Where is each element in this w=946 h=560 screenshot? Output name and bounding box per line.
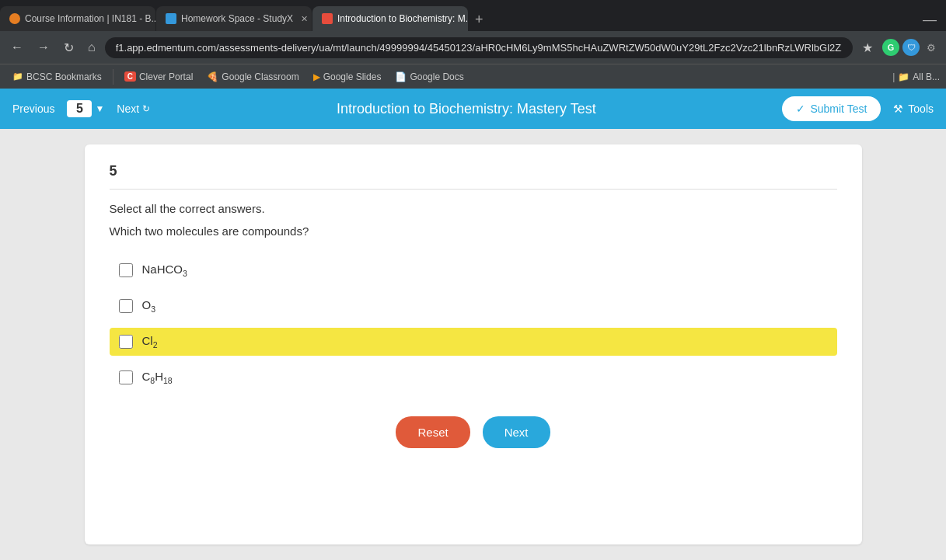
checkbox-2[interactable] <box>119 299 133 313</box>
bookmarks-all-label[interactable]: All B... <box>913 71 940 82</box>
answer-option-3: Cl2 <box>110 328 837 356</box>
tab-course-info[interactable]: Course Information | IN181 - B... ✕ <box>0 6 155 31</box>
tab-biochemistry[interactable]: Introduction to Biochemistry: M... ✕ <box>312 6 468 31</box>
classroom-label: Google Classroom <box>222 71 298 82</box>
submit-check-icon: ✓ <box>796 103 805 115</box>
tools-label: Tools <box>908 103 934 115</box>
clever-label: Clever Portal <box>139 71 193 82</box>
next-icon: ↻ <box>142 103 150 114</box>
bookmark-docs[interactable]: 📄 Google Docs <box>389 70 470 84</box>
question-card: 5 Select all the correct answers. Which … <box>85 144 862 544</box>
answer-option-4: C8H18 <box>110 363 837 391</box>
checkbox-3[interactable] <box>119 335 133 349</box>
bookmarks-more: | 📁 All B... <box>892 71 940 82</box>
reset-button[interactable]: Reset <box>396 416 470 448</box>
main-content: 5 Select all the correct answers. Which … <box>0 129 946 560</box>
question-number-badge: 5 ▼ <box>67 100 104 117</box>
tab2-favicon <box>166 13 176 24</box>
ext-grammarly[interactable]: G <box>882 39 899 56</box>
tab1-label: Course Information | IN181 - B... <box>25 13 155 24</box>
back-button[interactable]: ← <box>6 37 28 57</box>
answer-text-1: NaHCO3 <box>142 263 187 278</box>
instruction-text: Select all the correct answers. <box>110 202 837 215</box>
tools-icon: ⚒ <box>893 103 903 115</box>
bookmark-star-button[interactable]: ★ <box>857 37 878 58</box>
tools-button[interactable]: ⚒ Tools <box>893 103 934 115</box>
answer-option-2: O3 <box>110 292 837 320</box>
docs-icon: 📄 <box>395 71 407 82</box>
forward-button[interactable]: → <box>33 37 54 57</box>
tab-homework[interactable]: Homework Space - StudyX ✕ <box>156 6 312 31</box>
home-button[interactable]: ⌂ <box>83 37 100 57</box>
extension-icons: G 🛡 ⚙ <box>882 39 940 56</box>
bcsc-label: BCSC Bookmarks <box>26 71 102 82</box>
answer-text-2: O3 <box>142 298 156 314</box>
question-text: Which two molecules are compounds? <box>110 224 837 238</box>
bookmarks-all-icon: 📁 <box>898 71 909 82</box>
tab1-favicon <box>9 13 20 24</box>
action-buttons: Reset Next <box>110 416 837 448</box>
submit-label: Submit Test <box>810 103 867 115</box>
address-input[interactable] <box>105 37 853 58</box>
clever-icon: C <box>124 71 136 82</box>
answer-options: NaHCO3 O3 Cl2 C8H18 <box>110 256 837 391</box>
answer-text-4: C8H18 <box>142 370 173 385</box>
ext-puzzle[interactable]: ⚙ <box>923 39 940 56</box>
previous-button[interactable]: Previous <box>12 103 54 115</box>
tab3-label: Introduction to Biochemistry: M... <box>337 13 468 24</box>
answer-text-3: Cl2 <box>142 334 158 350</box>
tab2-label: Homework Space - StudyX <box>181 13 293 24</box>
bookmarks-bar: 📁 BCSC Bookmarks C Clever Portal 🍕 Googl… <box>0 64 946 89</box>
tab2-close[interactable]: ✕ <box>301 14 308 24</box>
question-number-display: 5 <box>110 163 837 190</box>
checkbox-4[interactable] <box>119 370 133 384</box>
tab3-favicon <box>322 13 333 24</box>
submit-test-button[interactable]: ✓ Submit Test <box>782 96 881 121</box>
slides-icon: ▶ <box>313 71 320 82</box>
bookmark-bcsc[interactable]: 📁 BCSC Bookmarks <box>6 70 108 84</box>
bookmark-classroom[interactable]: 🍕 Google Classroom <box>201 70 305 84</box>
new-tab-button[interactable]: + <box>469 9 490 31</box>
app-header: Previous 5 ▼ Next ↻ Introduction to Bioc… <box>0 89 946 129</box>
question-dropdown-arrow[interactable]: ▼ <box>95 103 104 114</box>
bcsc-icon: 📁 <box>12 71 23 82</box>
classroom-icon: 🍕 <box>207 71 218 82</box>
tab-bar: Course Information | IN181 - B... ✕ Home… <box>0 0 946 31</box>
next-button-header[interactable]: Next ↻ <box>117 103 150 115</box>
next-label-text: Next <box>117 103 139 115</box>
ext-shield[interactable]: 🛡 <box>902 39 920 56</box>
checkbox-1[interactable] <box>119 263 133 277</box>
next-action-button[interactable]: Next <box>483 416 550 448</box>
address-bar-row: ← → ↻ ⌂ ★ G 🛡 ⚙ <box>0 31 946 64</box>
bookmark-clever[interactable]: C Clever Portal <box>118 70 200 84</box>
bookmark-sep1 <box>113 69 113 85</box>
docs-label: Google Docs <box>410 71 463 82</box>
current-question-number[interactable]: 5 <box>67 100 92 117</box>
browser-chrome: Course Information | IN181 - B... ✕ Home… <box>0 0 946 89</box>
bookmark-slides[interactable]: ▶ Google Slides <box>307 70 388 84</box>
answer-option-1: NaHCO3 <box>110 256 837 284</box>
reload-button[interactable]: ↻ <box>59 37 79 58</box>
slides-label: Google Slides <box>323 71 382 82</box>
bookmarks-right-sep: | <box>892 71 895 82</box>
minimize-button[interactable]: — <box>913 9 946 31</box>
page-title: Introduction to Biochemistry: Mastery Te… <box>162 101 770 117</box>
